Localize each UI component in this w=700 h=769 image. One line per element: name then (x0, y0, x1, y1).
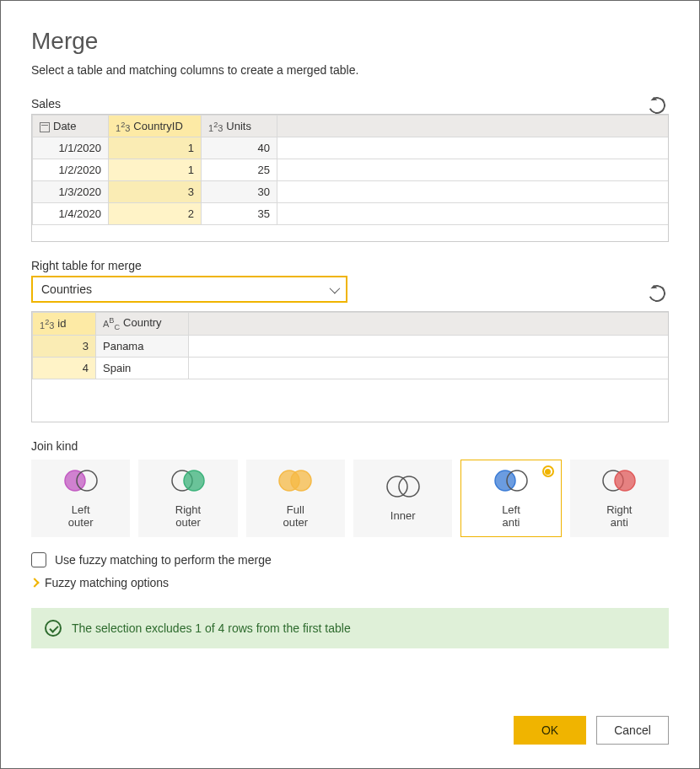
svg-point-0 (65, 471, 85, 491)
svg-point-8 (495, 471, 515, 491)
svg-point-7 (399, 476, 419, 497)
svg-point-6 (387, 476, 407, 497)
column-header-filler (277, 116, 669, 137)
table-cell[interactable]: 3 (109, 181, 202, 203)
venn-icon (492, 469, 530, 495)
table-row[interactable]: 4Spain (33, 357, 669, 379)
fuzzy-matching-label: Use fuzzy matching to perform the merge (55, 553, 272, 567)
right-table-dropdown-value: Countries (41, 282, 92, 296)
join-kind-right-outer[interactable]: Rightouter (138, 460, 237, 537)
venn-icon (384, 475, 423, 501)
top-table-grid[interactable]: Date123CountryID123Units1/1/20201401/2/2… (31, 114, 669, 242)
venn-icon (276, 469, 315, 495)
join-kind-label: Leftanti (502, 503, 520, 529)
refresh-icon[interactable] (646, 94, 668, 116)
join-kind-label: Fullouter (283, 503, 309, 529)
merge-dialog: Merge Select a table and matching column… (0, 0, 700, 769)
svg-point-3 (184, 471, 204, 491)
table-cell[interactable]: 2 (109, 203, 202, 225)
join-kind-full-outer[interactable]: Fullouter (246, 460, 345, 537)
table-cell[interactable]: 25 (202, 159, 277, 181)
table-cell[interactable]: 1/2/2020 (33, 159, 109, 181)
svg-point-11 (615, 471, 635, 491)
fuzzy-options-label: Fuzzy matching options (45, 576, 169, 589)
cancel-button[interactable]: Cancel (596, 716, 669, 745)
chevron-right-icon (30, 578, 39, 587)
dialog-title: Merge (31, 28, 669, 55)
table-row[interactable]: 1/3/2020330 (33, 181, 669, 203)
table-row[interactable]: 1/1/2020140 (33, 137, 669, 159)
right-table-dropdown[interactable]: Countries (31, 276, 347, 303)
table-row[interactable]: 1/2/2020125 (33, 159, 669, 181)
refresh-icon[interactable] (646, 282, 668, 304)
join-kind-left-anti[interactable]: Leftanti (460, 460, 561, 537)
table-row[interactable]: 3Panama (33, 335, 669, 357)
table-cell[interactable]: 40 (202, 137, 277, 159)
fuzzy-options-expander[interactable]: Fuzzy matching options (31, 576, 669, 589)
join-kind-options: Leftouter Rightouter Fullouter Inner Lef… (31, 460, 669, 537)
status-message: The selection excludes 1 of 4 rows from … (72, 621, 351, 635)
column-header-filler (189, 313, 669, 336)
table-cell[interactable]: 30 (202, 181, 277, 203)
venn-icon (600, 469, 638, 495)
table-cell[interactable]: Panama (96, 335, 189, 357)
table-row[interactable]: 1/4/2020235 (33, 203, 669, 225)
join-kind-label: Join kind (31, 439, 669, 453)
right-table-grid[interactable]: 123idABCCountry3Panama4Spain (31, 311, 669, 422)
venn-icon (169, 469, 207, 495)
table-cell[interactable]: 1/4/2020 (33, 203, 109, 225)
join-kind-label: Rightanti (606, 503, 632, 529)
column-header[interactable]: Date (33, 116, 109, 137)
svg-point-5 (291, 471, 311, 491)
column-header[interactable]: 123CountryID (109, 116, 202, 137)
join-kind-label: Rightouter (175, 503, 201, 529)
dialog-footer: OK Cancel (514, 716, 669, 745)
table-cell[interactable]: Spain (96, 357, 189, 379)
join-kind-right-anti[interactable]: Rightanti (570, 460, 669, 537)
table-cell[interactable]: 1 (109, 137, 202, 159)
dialog-subtitle: Select a table and matching columns to c… (31, 63, 669, 77)
table-cell[interactable]: 1 (109, 159, 202, 181)
table-cell[interactable]: 35 (202, 203, 277, 225)
ok-button[interactable]: OK (514, 716, 586, 745)
table-cell[interactable]: 3 (33, 335, 96, 357)
table-cell[interactable]: 4 (33, 357, 96, 379)
table-cell[interactable]: 1/1/2020 (33, 137, 109, 159)
join-kind-inner[interactable]: Inner (353, 460, 452, 537)
fuzzy-matching-checkbox[interactable] (31, 552, 46, 567)
selected-indicator-icon (542, 465, 554, 477)
check-icon (45, 620, 62, 637)
table-cell[interactable]: 1/3/2020 (33, 181, 109, 203)
join-kind-label: Inner (390, 509, 416, 522)
column-header[interactable]: 123id (33, 313, 96, 336)
right-section-label: Right table for merge (31, 259, 669, 272)
join-kind-label: Leftouter (68, 503, 94, 529)
join-kind-left-outer[interactable]: Leftouter (31, 460, 130, 537)
column-header[interactable]: 123Units (202, 116, 277, 137)
column-header[interactable]: ABCCountry (96, 313, 189, 336)
top-table-name: Sales (31, 97, 61, 110)
chevron-down-icon (330, 282, 341, 293)
venn-icon (62, 469, 100, 495)
status-bar: The selection excludes 1 of 4 rows from … (31, 608, 669, 648)
